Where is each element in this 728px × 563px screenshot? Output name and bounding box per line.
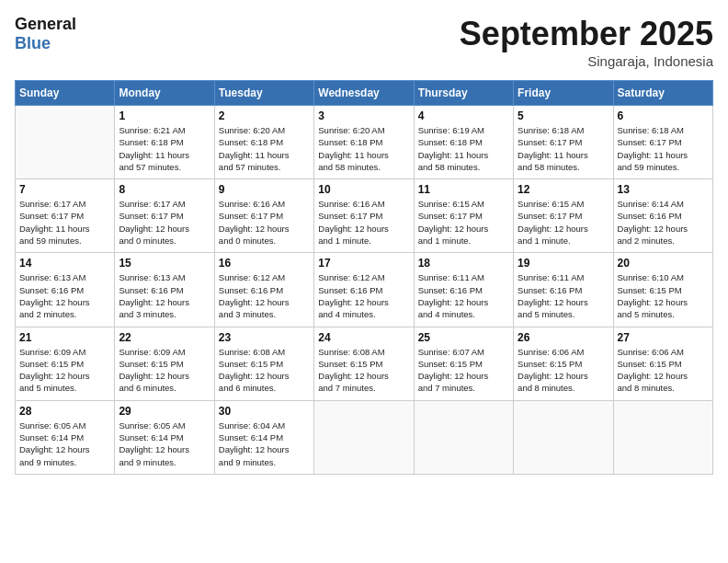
day-info: Sunrise: 6:09 AMSunset: 6:15 PMDaylight:… [119, 346, 210, 395]
day-info: Sunrise: 6:06 AMSunset: 6:15 PMDaylight:… [618, 346, 709, 395]
day-info: Sunrise: 6:09 AMSunset: 6:15 PMDaylight:… [19, 346, 110, 395]
calendar-cell: 5Sunrise: 6:18 AMSunset: 6:17 PMDaylight… [514, 106, 613, 179]
calendar-cell: 1Sunrise: 6:21 AMSunset: 6:18 PMDaylight… [115, 106, 214, 179]
calendar-cell: 26Sunrise: 6:06 AMSunset: 6:15 PMDayligh… [514, 327, 613, 400]
day-number: 6 [618, 109, 709, 122]
day-info: Sunrise: 6:05 AMSunset: 6:14 PMDaylight:… [119, 419, 210, 468]
calendar-table: SundayMondayTuesdayWednesdayThursdayFrid… [15, 80, 713, 475]
logo-blue: Blue [15, 34, 51, 52]
day-number: 21 [19, 331, 110, 344]
day-number: 16 [219, 257, 310, 270]
day-info: Sunrise: 6:12 AMSunset: 6:16 PMDaylight:… [219, 271, 310, 320]
day-info: Sunrise: 6:16 AMSunset: 6:17 PMDaylight:… [219, 198, 310, 247]
calendar-cell: 3Sunrise: 6:20 AMSunset: 6:18 PMDaylight… [314, 106, 414, 179]
calendar-cell: 18Sunrise: 6:11 AMSunset: 6:16 PMDayligh… [414, 253, 513, 327]
calendar-header-row: SundayMondayTuesdayWednesdayThursdayFrid… [16, 81, 713, 106]
day-info: Sunrise: 6:20 AMSunset: 6:18 PMDaylight:… [219, 124, 310, 173]
col-header-thursday: Thursday [414, 81, 513, 106]
calendar-cell: 17Sunrise: 6:12 AMSunset: 6:16 PMDayligh… [314, 253, 414, 327]
day-info: Sunrise: 6:11 AMSunset: 6:16 PMDaylight:… [418, 271, 509, 320]
day-info: Sunrise: 6:15 AMSunset: 6:17 PMDaylight:… [518, 198, 609, 247]
calendar-cell: 23Sunrise: 6:08 AMSunset: 6:15 PMDayligh… [214, 327, 313, 400]
calendar-cell: 29Sunrise: 6:05 AMSunset: 6:14 PMDayligh… [115, 400, 214, 474]
calendar-cell: 13Sunrise: 6:14 AMSunset: 6:16 PMDayligh… [613, 179, 712, 253]
logo-text-block: General Blue [15, 15, 76, 52]
calendar-cell: 19Sunrise: 6:11 AMSunset: 6:16 PMDayligh… [514, 253, 613, 327]
calendar-cell: 28Sunrise: 6:05 AMSunset: 6:14 PMDayligh… [16, 400, 115, 474]
week-row-1: 1Sunrise: 6:21 AMSunset: 6:18 PMDaylight… [16, 106, 713, 179]
calendar-cell: 4Sunrise: 6:19 AMSunset: 6:18 PMDaylight… [414, 106, 513, 179]
day-number: 23 [219, 331, 310, 344]
col-header-friday: Friday [514, 81, 613, 106]
calendar-cell: 10Sunrise: 6:16 AMSunset: 6:17 PMDayligh… [314, 179, 414, 253]
week-row-5: 28Sunrise: 6:05 AMSunset: 6:14 PMDayligh… [16, 400, 713, 474]
calendar-cell: 27Sunrise: 6:06 AMSunset: 6:15 PMDayligh… [613, 327, 712, 400]
week-row-2: 7Sunrise: 6:17 AMSunset: 6:17 PMDaylight… [16, 179, 713, 253]
calendar-body: 1Sunrise: 6:21 AMSunset: 6:18 PMDaylight… [16, 106, 713, 475]
week-row-4: 21Sunrise: 6:09 AMSunset: 6:15 PMDayligh… [16, 327, 713, 400]
day-number: 9 [219, 183, 310, 196]
day-number: 22 [119, 331, 210, 344]
day-info: Sunrise: 6:08 AMSunset: 6:15 PMDaylight:… [219, 346, 310, 395]
day-number: 26 [518, 331, 609, 344]
day-info: Sunrise: 6:19 AMSunset: 6:18 PMDaylight:… [418, 124, 509, 173]
col-header-sunday: Sunday [16, 81, 115, 106]
day-info: Sunrise: 6:05 AMSunset: 6:14 PMDaylight:… [19, 419, 110, 468]
day-number: 19 [518, 257, 609, 270]
day-info: Sunrise: 6:13 AMSunset: 6:16 PMDaylight:… [19, 271, 110, 320]
day-info: Sunrise: 6:18 AMSunset: 6:17 PMDaylight:… [618, 124, 709, 173]
logo-container: General Blue [15, 15, 78, 52]
calendar-cell [16, 106, 115, 179]
col-header-monday: Monday [115, 81, 214, 106]
day-info: Sunrise: 6:20 AMSunset: 6:18 PMDaylight:… [318, 124, 409, 173]
col-header-saturday: Saturday [613, 81, 712, 106]
calendar-cell: 25Sunrise: 6:07 AMSunset: 6:15 PMDayligh… [414, 327, 513, 400]
day-number: 12 [518, 183, 609, 196]
day-info: Sunrise: 6:16 AMSunset: 6:17 PMDaylight:… [318, 198, 409, 247]
month-title: September 2025 [460, 15, 713, 53]
calendar-cell: 6Sunrise: 6:18 AMSunset: 6:17 PMDaylight… [613, 106, 712, 179]
day-info: Sunrise: 6:06 AMSunset: 6:15 PMDaylight:… [518, 346, 609, 395]
day-number: 8 [119, 183, 210, 196]
day-number: 5 [518, 109, 609, 122]
calendar-cell: 7Sunrise: 6:17 AMSunset: 6:17 PMDaylight… [16, 179, 115, 253]
calendar-cell: 22Sunrise: 6:09 AMSunset: 6:15 PMDayligh… [115, 327, 214, 400]
calendar-cell [414, 400, 513, 474]
calendar-cell: 12Sunrise: 6:15 AMSunset: 6:17 PMDayligh… [514, 179, 613, 253]
day-info: Sunrise: 6:08 AMSunset: 6:15 PMDaylight:… [318, 346, 409, 395]
day-number: 1 [119, 109, 210, 122]
day-info: Sunrise: 6:17 AMSunset: 6:17 PMDaylight:… [119, 198, 210, 247]
calendar-cell [514, 400, 613, 474]
calendar-cell: 30Sunrise: 6:04 AMSunset: 6:14 PMDayligh… [214, 400, 313, 474]
calendar-cell: 15Sunrise: 6:13 AMSunset: 6:16 PMDayligh… [115, 253, 214, 327]
day-info: Sunrise: 6:18 AMSunset: 6:17 PMDaylight:… [518, 124, 609, 173]
day-info: Sunrise: 6:15 AMSunset: 6:17 PMDaylight:… [418, 198, 509, 247]
day-number: 14 [19, 257, 110, 270]
calendar-cell: 11Sunrise: 6:15 AMSunset: 6:17 PMDayligh… [414, 179, 513, 253]
calendar-cell: 2Sunrise: 6:20 AMSunset: 6:18 PMDaylight… [214, 106, 313, 179]
day-number: 24 [318, 331, 409, 344]
calendar-cell: 9Sunrise: 6:16 AMSunset: 6:17 PMDaylight… [214, 179, 313, 253]
day-info: Sunrise: 6:21 AMSunset: 6:18 PMDaylight:… [119, 124, 210, 173]
day-info: Sunrise: 6:10 AMSunset: 6:15 PMDaylight:… [618, 271, 709, 320]
day-info: Sunrise: 6:11 AMSunset: 6:16 PMDaylight:… [518, 271, 609, 320]
col-header-tuesday: Tuesday [214, 81, 313, 106]
day-number: 11 [418, 183, 509, 196]
logo-general: General [15, 15, 76, 33]
day-number: 10 [318, 183, 409, 196]
day-number: 7 [19, 183, 110, 196]
day-number: 15 [119, 257, 210, 270]
day-number: 25 [418, 331, 509, 344]
day-number: 17 [318, 257, 409, 270]
day-number: 28 [19, 405, 110, 418]
calendar-cell: 24Sunrise: 6:08 AMSunset: 6:15 PMDayligh… [314, 327, 414, 400]
day-info: Sunrise: 6:07 AMSunset: 6:15 PMDaylight:… [418, 346, 509, 395]
calendar-cell: 21Sunrise: 6:09 AMSunset: 6:15 PMDayligh… [16, 327, 115, 400]
day-number: 29 [119, 405, 210, 418]
day-number: 27 [618, 331, 709, 344]
day-number: 30 [219, 405, 310, 418]
location: Singaraja, Indonesia [460, 53, 713, 69]
day-number: 3 [318, 109, 409, 122]
day-info: Sunrise: 6:12 AMSunset: 6:16 PMDaylight:… [318, 271, 409, 320]
logo: General Blue [15, 15, 78, 52]
